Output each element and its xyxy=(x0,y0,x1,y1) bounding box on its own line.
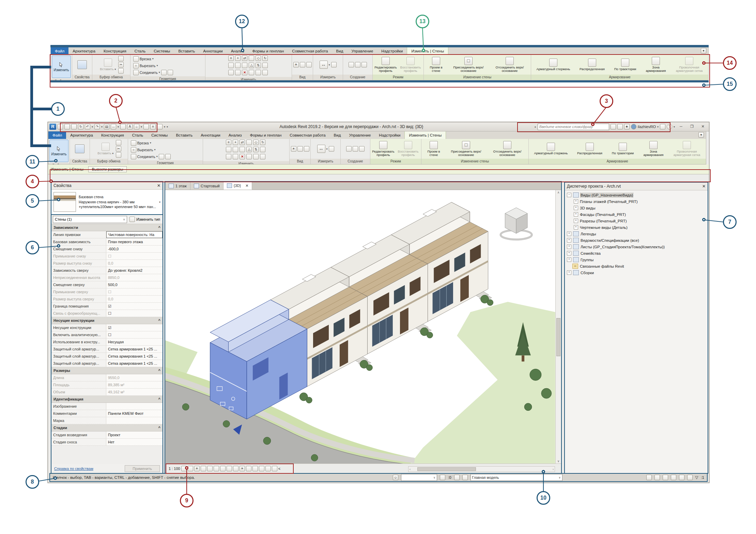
render-icon[interactable] xyxy=(207,466,213,471)
dimension-icon[interactable] xyxy=(331,62,337,67)
dimension-icon[interactable] xyxy=(329,146,334,152)
tab-systems[interactable]: Системы xyxy=(150,47,174,55)
activate-dimensions-button[interactable]: Вывести размеры xyxy=(88,166,127,172)
panel-label-measure[interactable]: Измерить xyxy=(313,75,342,80)
join-button[interactable]: Соединить▾ xyxy=(131,153,171,160)
reveal-constraints-icon[interactable] xyxy=(272,466,277,471)
user-avatar-icon[interactable] xyxy=(631,124,636,129)
paint-icon[interactable] xyxy=(249,70,254,75)
unlock-view-icon[interactable] xyxy=(227,466,232,471)
panel-label-modify[interactable]: Изменить xyxy=(203,161,289,164)
rotate-icon[interactable]: ↻ xyxy=(262,56,268,61)
tab-addins[interactable]: Надстройки xyxy=(375,131,404,139)
rotate-icon[interactable]: ↻ xyxy=(260,140,265,145)
match-icon[interactable] xyxy=(233,154,238,159)
highlight-sets-icon[interactable] xyxy=(259,466,264,471)
sun-path-icon[interactable]: ☀ xyxy=(194,466,200,471)
pin-icon[interactable] xyxy=(260,147,265,152)
wall-joins-icon[interactable] xyxy=(159,154,164,159)
tab-annotate[interactable]: Аннотации xyxy=(197,131,224,139)
cope-button[interactable]: ○Вырезать▾ xyxy=(133,62,158,69)
sync-icon[interactable]: ↻ xyxy=(78,124,83,129)
tab-annotate[interactable]: Аннотации xyxy=(199,47,227,55)
tree-item-sections[interactable]: +Разрезы (Печатный_PRT) xyxy=(572,218,707,224)
property-row[interactable]: Несущие конструкции☑ xyxy=(51,324,163,331)
drag-on-selection-icon[interactable] xyxy=(679,475,684,480)
property-row[interactable]: Объем49,162 м³ xyxy=(51,389,163,396)
tree-item-elevations[interactable]: +Фасады (Печатный_PRT) xyxy=(572,211,707,218)
attach-top-base-button[interactable]: □ Присоединить верх/основание xyxy=(446,140,486,158)
property-row[interactable]: Защитный слой арматур...Сетка армировани… xyxy=(51,360,163,367)
panel-label-geometry[interactable]: Геометрия xyxy=(130,76,205,80)
split-face-icon[interactable] xyxy=(253,154,259,159)
thin-lines-icon[interactable]: ≡ xyxy=(150,124,156,129)
sun-settings-icon[interactable]: ☀ xyxy=(291,146,296,152)
mirror-axis-icon[interactable]: ◇ xyxy=(253,140,259,145)
text-icon[interactable]: A xyxy=(127,124,133,129)
panel-label-create[interactable]: Создание xyxy=(343,75,372,80)
temporary-view-properties-icon[interactable] xyxy=(246,466,251,471)
panel-label-mode[interactable]: Режим xyxy=(373,75,423,80)
property-row[interactable]: Примыкание снизу☐ xyxy=(51,253,163,260)
create-assembly-icon[interactable] xyxy=(361,62,367,67)
switch-windows-dropdown[interactable]: ▾ xyxy=(164,125,165,128)
property-row[interactable]: Неприсоединенная высота8850,0 xyxy=(51,274,163,281)
property-row[interactable]: Стадия сносаНет xyxy=(51,439,163,446)
save-icon[interactable] xyxy=(71,124,77,129)
tree-item-views[interactable]: −Виды (GP_НазначениеВида) xyxy=(566,192,707,198)
area-rebar-button[interactable]: Распределенная xyxy=(573,142,606,156)
panel-label-view[interactable]: Вид xyxy=(292,75,313,80)
vertical-scrollbar[interactable]: ∧∨ xyxy=(555,190,561,464)
tree-item-floorplans[interactable]: +Планы этажей (Печатный_PRT) xyxy=(572,198,707,205)
tab-massing-site[interactable]: Формы и генплан xyxy=(246,131,286,139)
tree-item-assemblies[interactable]: +Сборки xyxy=(566,269,707,276)
create-group-icon[interactable] xyxy=(349,62,354,67)
property-row[interactable]: Смещение снизу-600,0 xyxy=(51,246,163,253)
infocenter-collapse-icon[interactable]: ▸ xyxy=(535,125,536,128)
panel-label-select[interactable]: Выбор ▾ xyxy=(51,79,72,80)
detach-top-base-button[interactable]: Отсоединить верх/основание xyxy=(490,56,530,74)
create-similar-icon[interactable] xyxy=(355,62,360,67)
property-row[interactable]: Марка xyxy=(51,417,163,424)
tab-analyze[interactable]: Анализ xyxy=(225,131,246,139)
match-icon[interactable] xyxy=(235,70,241,75)
cope-button[interactable]: ○Вырезать▾ xyxy=(131,146,156,153)
redo-dropdown[interactable]: ▾ xyxy=(101,125,103,128)
tree-item-groups[interactable]: +Группы xyxy=(566,256,707,263)
property-row[interactable]: Размер выступа снизу0,0 xyxy=(51,260,163,267)
wall-opening-button[interactable]: Проем в стене xyxy=(425,56,447,74)
apply-button[interactable]: Применить xyxy=(125,465,160,472)
join-button[interactable]: Соединить▾ xyxy=(133,69,173,76)
properties-close-icon[interactable]: ✕ xyxy=(157,183,160,188)
crop-view-icon[interactable] xyxy=(214,466,219,471)
delete-icon[interactable]: ✕ xyxy=(242,70,247,75)
copy-icon[interactable] xyxy=(116,140,121,145)
property-row[interactable]: Изображение xyxy=(51,403,163,410)
search-icon[interactable] xyxy=(611,124,616,129)
panel-label-create[interactable]: Создание xyxy=(341,159,370,164)
property-row[interactable]: Длина9550,0 xyxy=(51,374,163,381)
trim-icon[interactable] xyxy=(228,63,234,68)
property-row[interactable]: Связь с формообразующ...☐ xyxy=(51,310,163,317)
view-tab-start[interactable]: Стартовый xyxy=(190,182,223,190)
split-icon[interactable] xyxy=(233,147,238,152)
user-dropdown[interactable]: ▾ xyxy=(657,125,659,128)
demolish-icon[interactable] xyxy=(168,70,173,75)
signed-in-user[interactable]: ilazhievRO xyxy=(638,125,656,129)
trim-icon[interactable] xyxy=(226,147,231,152)
help-dropdown[interactable]: ▾ xyxy=(674,125,675,128)
tab-file[interactable]: Файл xyxy=(51,47,68,55)
filter-icon[interactable]: ▽ xyxy=(695,475,698,480)
hscroll-thumb[interactable] xyxy=(417,467,476,471)
property-row[interactable]: Линия привязкиЧистовая поверхность: На xyxy=(51,231,163,238)
print-icon[interactable]: ▤ xyxy=(104,124,109,129)
panel-label-wall-modify[interactable]: Изменение стены xyxy=(424,75,531,80)
extend-icon[interactable]: ⇅ xyxy=(253,147,259,152)
hide-icon[interactable] xyxy=(297,146,303,152)
design-options-icon[interactable] xyxy=(454,475,460,480)
tab-steel[interactable]: Сталь xyxy=(130,47,150,55)
view-dropdown[interactable]: ▾ xyxy=(141,125,142,128)
paint-icon[interactable] xyxy=(246,154,252,159)
override-icon[interactable] xyxy=(306,62,312,67)
demolish-icon[interactable] xyxy=(165,154,171,159)
